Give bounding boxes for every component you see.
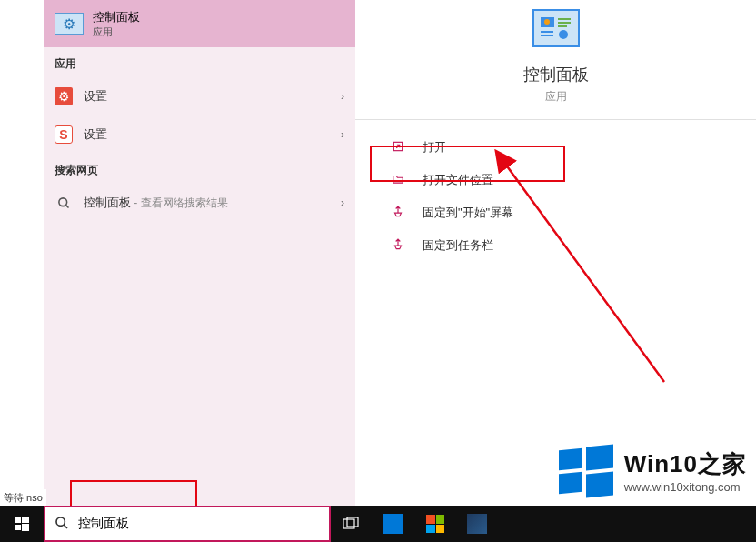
search-results-panel: ⚙ 控制面板 应用 应用 ⚙ 设置 › S 设置 › 搜索网页 控制面板 - 查… (44, 0, 355, 506)
action-label: 打开 (423, 139, 446, 156)
action-pin-taskbar[interactable]: 固定到任务栏 (355, 229, 756, 262)
svg-point-0 (58, 197, 66, 206)
taskbar-pinned-apps (373, 514, 498, 534)
svg-rect-4 (558, 18, 571, 20)
best-match-title: 控制面板 (93, 9, 140, 25)
task-view-button[interactable] (331, 506, 373, 542)
pin-icon (392, 206, 408, 221)
watermark-title: Win10之家 (624, 448, 747, 480)
svg-rect-7 (541, 31, 553, 33)
chevron-right-icon: › (341, 196, 344, 209)
preview-header: 控制面板 应用 (355, 0, 756, 120)
svg-rect-8 (541, 35, 553, 36)
taskbar-search-box[interactable] (44, 506, 331, 542)
watermark-url: www.win10xitong.com (624, 480, 747, 494)
control-panel-icon: ⚙ (55, 13, 84, 35)
gear-icon: ⚙ (55, 87, 73, 105)
actions-list: 打开 打开文件位置 固定到"开始"屏幕 固定到任务栏 (355, 120, 756, 262)
chevron-right-icon: › (341, 128, 344, 141)
app-item-settings-2[interactable]: S 设置 › (44, 115, 355, 154)
start-button[interactable] (0, 506, 44, 542)
action-open-location[interactable]: 打开文件位置 (355, 164, 756, 196)
app-label: 设置 (84, 126, 341, 143)
app-label: 设置 (84, 88, 341, 105)
svg-rect-6 (558, 25, 567, 27)
folder-icon (392, 173, 408, 188)
app-item-settings-1[interactable]: ⚙ 设置 › (44, 77, 355, 115)
pinned-app-2[interactable] (414, 514, 456, 534)
preview-subtitle: 应用 (545, 89, 567, 105)
svg-rect-5 (558, 22, 571, 24)
svg-line-1 (65, 205, 68, 207)
status-hint: 等待 nso (0, 489, 46, 507)
web-search-label: 控制面板 - 查看网络搜索结果 (84, 195, 341, 211)
action-label: 打开文件位置 (423, 172, 493, 188)
svg-point-3 (544, 19, 550, 25)
action-open[interactable]: 打开 (355, 131, 756, 164)
svg-rect-13 (22, 517, 29, 523)
pinned-app-1[interactable] (373, 514, 414, 534)
search-input[interactable] (78, 517, 320, 531)
best-match-subtitle: 应用 (93, 25, 140, 39)
search-icon (55, 194, 73, 212)
svg-point-16 (56, 517, 65, 526)
pinned-app-3[interactable] (456, 514, 498, 534)
web-search-item[interactable]: 控制面板 - 查看网络搜索结果 › (44, 184, 355, 222)
action-label: 固定到"开始"屏幕 (423, 205, 513, 221)
win10-logo-icon (559, 444, 613, 498)
action-label: 固定到任务栏 (423, 237, 493, 254)
section-apps-header: 应用 (44, 47, 355, 77)
sogou-icon: S (55, 125, 73, 144)
svg-line-17 (64, 525, 67, 528)
action-pin-start[interactable]: 固定到"开始"屏幕 (355, 196, 756, 229)
svg-point-9 (559, 30, 568, 39)
open-icon (392, 140, 408, 156)
pin-taskbar-icon (392, 238, 408, 254)
control-panel-large-icon (532, 9, 580, 47)
svg-rect-12 (15, 517, 21, 523)
svg-rect-14 (15, 525, 21, 530)
chevron-right-icon: › (341, 90, 344, 103)
svg-rect-15 (22, 524, 29, 531)
best-match-item[interactable]: ⚙ 控制面板 应用 (44, 0, 355, 47)
preview-title: 控制面板 (523, 64, 589, 85)
preview-panel: 控制面板 应用 打开 打开文件位置 固定到"开始"屏幕 固定到任务栏 (355, 0, 756, 506)
search-icon (55, 516, 69, 533)
watermark: Win10之家 www.win10xitong.com (559, 444, 747, 498)
section-web-header: 搜索网页 (44, 154, 355, 184)
taskbar (0, 506, 756, 542)
